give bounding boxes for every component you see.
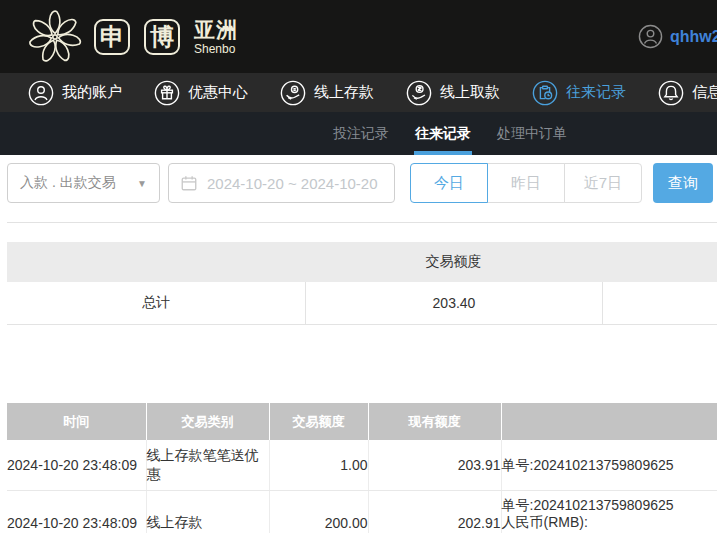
date-range-input[interactable]: 2024-10-20 ~ 2024-10-20: [168, 163, 395, 203]
table-row: 2024-10-20 23:48:09 线上存款笔笔送优惠 1.00 203.9…: [7, 440, 717, 491]
brand-char-shen: 申: [94, 19, 130, 55]
calendar-icon: [180, 174, 198, 192]
date-range-value: 2024-10-20 ~ 2024-10-20: [207, 175, 378, 192]
summary-header-label: 交易额度: [305, 253, 602, 271]
col-header-amount: 交易额度: [269, 403, 368, 440]
filter-divider: [7, 222, 717, 223]
tab-processing-orders[interactable]: 处理中订单: [497, 112, 567, 155]
cell-time: 2024-10-20 23:48:09: [7, 491, 146, 533]
nav-label: 往来记录: [566, 83, 626, 102]
transaction-type-value: 入款 . 出款交易: [20, 174, 116, 192]
tab-betting-records[interactable]: 投注记录: [333, 112, 389, 155]
nav-item-promotions[interactable]: 优惠中心: [154, 80, 248, 106]
gift-icon: [154, 80, 180, 106]
nav-label: 优惠中心: [188, 83, 248, 102]
nav-item-my-account[interactable]: 我的账户: [28, 80, 122, 106]
page: 申 博 亚洲 Shenbo qhhw2 我的账户: [0, 0, 717, 533]
nav-label: 线上存款: [314, 83, 374, 102]
bell-icon: [658, 80, 684, 106]
username[interactable]: qhhw2: [670, 28, 717, 46]
summary-line: 单号:202410213759809625: [502, 457, 674, 473]
table-row: 2024-10-20 23:48:09 线上存款 200.00 202.91 单…: [7, 491, 717, 533]
summary-total-value: 203.40: [305, 282, 602, 324]
summary-empty-cell: [602, 282, 717, 324]
nav-label: 信息: [692, 83, 717, 102]
nav-item-online-deposit[interactable]: 线上存款: [280, 80, 374, 106]
nav-item-transaction-records[interactable]: 往来记录: [532, 80, 626, 106]
tab-transaction-records[interactable]: 往来记录: [415, 112, 471, 155]
cell-amount: 1.00: [269, 440, 368, 491]
summary-header-row: 交易额度: [7, 242, 717, 282]
brand-region: 亚洲: [194, 19, 238, 40]
brand-char-bo: 博: [144, 19, 180, 55]
top-header: 申 博 亚洲 Shenbo qhhw2: [0, 0, 717, 73]
search-button[interactable]: 查询: [653, 163, 713, 203]
cell-balance: 203.91: [368, 440, 501, 491]
col-header-summary: 摘要: [501, 403, 717, 440]
lotus-flower-icon: [26, 8, 84, 66]
withdraw-hand-coin-icon: [406, 80, 432, 106]
chevron-down-icon: ▼: [137, 178, 147, 189]
summary-line: 单号:202410213759809625: [502, 497, 717, 514]
summary-table: 交易额度 总计 203.40: [7, 242, 717, 325]
brand-logo[interactable]: 申 博 亚洲 Shenbo: [26, 8, 238, 66]
account-area[interactable]: qhhw2: [638, 0, 717, 73]
nav-item-online-withdrawal[interactable]: 线上取款: [406, 80, 500, 106]
col-header-balance: 现有额度: [368, 403, 501, 440]
col-header-type: 交易类别: [146, 403, 269, 440]
cell-summary: 单号:202410213759809625 人民币(RMB): 200: [501, 491, 717, 533]
today-button[interactable]: 今日: [410, 163, 488, 203]
records-clipboard-icon: [532, 80, 558, 106]
cell-summary: 单号:202410213759809625: [501, 440, 717, 491]
summary-total-label: 总计: [7, 294, 305, 312]
cell-type: 线上存款: [146, 491, 269, 533]
transaction-type-select[interactable]: 入款 . 出款交易 ▼: [7, 163, 160, 203]
nav-label: 线上取款: [440, 83, 500, 102]
nav-item-messages[interactable]: 信息: [658, 80, 717, 106]
quick-date-buttons: 今日 昨日 近7日: [410, 163, 642, 203]
person-icon: [28, 80, 54, 106]
col-header-summary-label: 摘要: [502, 413, 717, 431]
sub-tab-bar: 投注记录 往来记录 处理中订单: [0, 112, 717, 155]
main-nav: 我的账户 优惠中心 线上存款: [0, 73, 717, 112]
cell-balance: 202.91: [368, 491, 501, 533]
col-header-time: 时间: [7, 403, 146, 440]
transactions-table: 时间 交易类别 交易额度 现有额度 摘要 2024-10-20 23:48:09…: [7, 403, 717, 533]
yesterday-button[interactable]: 昨日: [487, 163, 565, 203]
deposit-hand-coin-icon: [280, 80, 306, 106]
summary-total-row: 总计 203.40: [7, 282, 717, 325]
user-avatar-icon: [638, 24, 663, 49]
nav-label: 我的账户: [62, 83, 122, 102]
brand-subtitle: Shenbo: [194, 43, 238, 55]
summary-line: 人民币(RMB):: [502, 514, 717, 531]
cell-time: 2024-10-20 23:48:09: [7, 440, 146, 491]
last7days-button[interactable]: 近7日: [564, 163, 642, 203]
table-header-row: 时间 交易类别 交易额度 现有额度 摘要: [7, 403, 717, 440]
cell-type: 线上存款笔笔送优惠: [146, 440, 269, 491]
cell-amount: 200.00: [269, 491, 368, 533]
